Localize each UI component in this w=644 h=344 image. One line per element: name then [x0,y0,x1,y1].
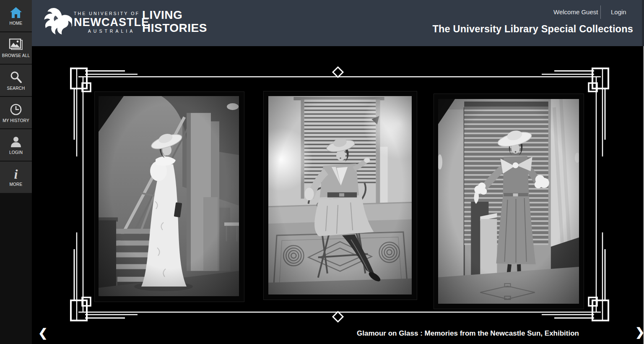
sidebar-item-search[interactable]: SEARCH [0,65,32,96]
photo-3-scene [438,99,579,304]
sidebar-item-label: MY HISTORY [3,118,29,123]
sidebar-item-my-history[interactable]: MY HISTORY [0,97,32,128]
sidebar-item-login[interactable]: LOGIN [0,129,32,161]
sidebar-item-more[interactable]: i MORE [0,162,32,193]
info-icon: i [14,168,18,180]
glass-plate-photo-2[interactable] [263,91,417,300]
page-subtitle: The University Library Special Collectio… [432,23,633,35]
university-name: NEWCASTLE [74,16,149,28]
welcome-text: Welcome Guest [553,8,598,16]
header-divider [600,5,601,19]
university-line3: AUSTRALIA [74,29,149,34]
carousel-caption: Glamour on Glass : Memories from the New… [357,329,579,338]
carousel-prev-button[interactable]: ❮ [38,328,48,339]
glass-plate-photo-1[interactable] [94,91,244,302]
header: THE UNIVERSITY OF NEWCASTLE AUSTRALIA LI… [32,0,644,46]
sidebar-item-label: MORE [10,182,23,187]
university-line1: THE UNIVERSITY OF [74,11,149,16]
clock-icon [9,103,23,116]
sidebar-item-label: BROWSE ALL [2,53,30,58]
sidebar: HOME BROWSE ALL SEARCH MY HISTORY LOGIN [0,0,32,344]
sidebar-item-home[interactable]: HOME [0,0,32,31]
sidebar-item-browse-all[interactable]: BROWSE ALL [0,32,32,64]
photo-2-scene [268,96,412,294]
person-icon [9,136,23,148]
search-icon [9,70,23,84]
carousel-next-button[interactable]: ❯ [635,327,644,338]
site-title[interactable]: LIVING HISTORIES [142,8,207,34]
university-wordmark[interactable]: THE UNIVERSITY OF NEWCASTLE AUSTRALIA [74,11,149,34]
university-logo-icon[interactable] [43,6,72,39]
login-link[interactable]: Login [611,8,626,16]
scrollbar-header-track [642,0,644,46]
glass-plate-photo-3[interactable] [434,94,584,309]
photos-icon [8,39,23,51]
photo-1-scene [99,96,239,296]
sidebar-item-label: SEARCH [7,86,25,91]
sidebar-item-label: LOGIN [9,150,23,155]
home-icon [9,6,23,19]
sidebar-item-label: HOME [10,21,23,26]
